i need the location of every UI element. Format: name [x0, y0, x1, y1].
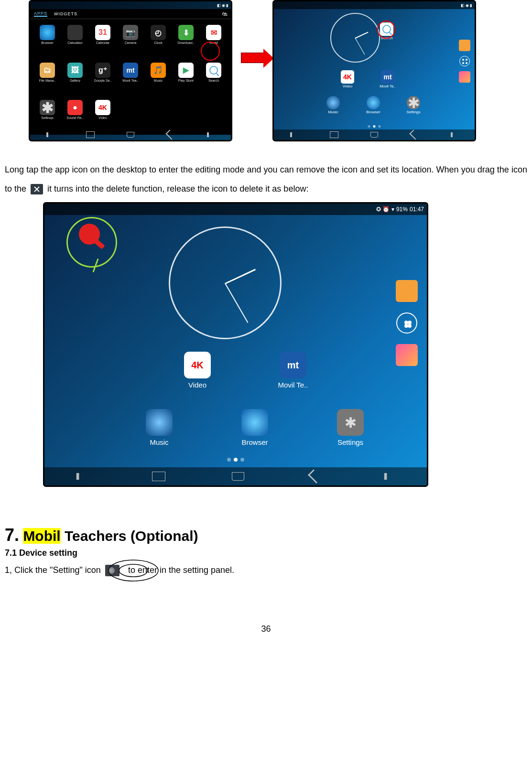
- app-drawer-button[interactable]: [459, 56, 470, 66]
- home-row-1: 4KVideo mtMovil Te..: [333, 70, 402, 88]
- home-icon[interactable]: [232, 472, 244, 481]
- arrow-right-icon: [241, 53, 264, 63]
- status-bar: ◧ ◉ ▮: [274, 1, 475, 9]
- volume-up-icon[interactable]: [384, 473, 395, 480]
- home-movil[interactable]: mtMovil Te..: [255, 352, 331, 389]
- settings-icon: [337, 409, 364, 436]
- play-icon: ▶: [178, 63, 194, 78]
- dock-item-1[interactable]: [459, 40, 470, 51]
- volume-down-icon[interactable]: [76, 473, 87, 480]
- recent-apps-icon[interactable]: [86, 131, 95, 138]
- back-icon[interactable]: [410, 129, 420, 140]
- home-settings[interactable]: Settings: [312, 409, 389, 446]
- status-icons: ◧ ◉ ▮: [217, 3, 228, 8]
- svg-point-0: [109, 560, 158, 581]
- dock-item-2[interactable]: [459, 71, 470, 83]
- browser-icon: [367, 96, 380, 109]
- line-7-1: 1, Click the "Setting" icon to enter in …: [5, 560, 527, 581]
- app-calculator[interactable]: Calculator: [63, 25, 87, 60]
- app-music[interactable]: 🎵Music: [146, 63, 171, 97]
- volume-down-icon[interactable]: [46, 132, 54, 137]
- apps-grid: Browser Calculator 31Calendar 📷Camera ◴C…: [30, 19, 231, 135]
- home-music[interactable]: Music: [121, 409, 197, 446]
- hand-drawn-ellipse-icon: [107, 560, 154, 581]
- calculator-icon: [67, 25, 83, 40]
- app-camera[interactable]: 📷Camera: [118, 25, 143, 60]
- home-movil[interactable]: mtMovil Te..: [373, 70, 402, 88]
- app-search[interactable]: Search: [201, 63, 226, 97]
- instruction-paragraph: Long tap the app icon on the desktop to …: [0, 141, 532, 198]
- folder-icon: 🗂: [40, 63, 55, 78]
- app-drawer-button[interactable]: [396, 312, 417, 334]
- video-icon: 4K: [184, 352, 211, 378]
- clock-icon: ◴: [151, 25, 166, 40]
- battery-text: 91%: [396, 206, 408, 213]
- arrow-annotation: [241, 53, 264, 63]
- tab-widgets[interactable]: WIDGETS: [54, 11, 77, 16]
- annotation-red-circle: [201, 42, 220, 61]
- home-screenshot-small: ◧ ◉ ▮ Search 4KVideo mtMovil Te.. Music …: [272, 0, 476, 141]
- section-highlight: Mobil: [23, 528, 60, 544]
- volume-down-icon[interactable]: [290, 132, 298, 137]
- volume-up-icon[interactable]: [207, 132, 215, 137]
- home-icon[interactable]: [127, 132, 134, 138]
- section-title-rest: Teachers (Optional): [61, 528, 198, 544]
- recent-apps-icon[interactable]: [330, 131, 338, 138]
- volume-up-icon[interactable]: [451, 132, 458, 137]
- status-time: 01:47: [410, 206, 424, 213]
- browser-icon: [241, 409, 268, 436]
- app-playstore[interactable]: ▶Play Store: [174, 63, 198, 97]
- app-movilteacher[interactable]: mtMovil Tea..: [118, 63, 143, 97]
- home-video[interactable]: 4KVideo: [159, 352, 236, 389]
- google-icon: g⁺: [95, 63, 110, 78]
- home-browser[interactable]: Browser: [217, 409, 293, 446]
- dock-item-1[interactable]: [396, 280, 418, 302]
- app-browser[interactable]: Browser: [35, 25, 60, 60]
- browser-icon: [40, 25, 55, 40]
- video-icon: 4K: [341, 70, 354, 84]
- settings-icon: [407, 96, 420, 109]
- right-dock: [457, 40, 472, 83]
- home-icon[interactable]: [370, 132, 378, 138]
- music-icon: [146, 409, 173, 436]
- recent-apps-icon[interactable]: [152, 472, 165, 481]
- para-text-after: it turns into the delete function, relea…: [47, 184, 308, 194]
- music-icon: 🎵: [151, 63, 166, 78]
- app-drawer-screenshot: ◧ ◉ ▮ APPS WIDGETS 🛍 Browser Calculator …: [29, 0, 232, 141]
- svg-point-1: [119, 564, 148, 577]
- search-icon: [206, 63, 221, 78]
- calendar-icon: 31: [95, 25, 110, 40]
- app-clock[interactable]: ◴Clock: [146, 25, 171, 60]
- home-video[interactable]: 4KVideo: [333, 70, 362, 88]
- nav-bar: [44, 467, 427, 485]
- app-googlesearch[interactable]: g⁺Google Se..: [90, 63, 115, 97]
- gallery-icon: 🖼: [67, 63, 83, 78]
- home-settings[interactable]: Settings: [399, 96, 428, 114]
- section-7-heading: 7. Mobil Teachers (Optional): [5, 525, 527, 545]
- mic-icon: ●: [67, 100, 83, 115]
- movil-icon: mt: [381, 70, 394, 84]
- email-icon: ✉: [206, 25, 221, 40]
- back-icon[interactable]: [166, 129, 176, 140]
- tab-apps[interactable]: APPS: [34, 11, 47, 17]
- page-number: 36: [0, 624, 532, 634]
- app-calendar[interactable]: 31Calendar: [90, 25, 115, 60]
- dock-item-2[interactable]: [396, 344, 418, 366]
- app-download[interactable]: ⬇Download..: [174, 25, 198, 60]
- home-browser[interactable]: Browser: [359, 96, 388, 114]
- analog-clock-widget[interactable]: [330, 13, 380, 63]
- alarm-icon: ✪ ⏰: [376, 206, 390, 213]
- shop-icon[interactable]: 🛍: [222, 11, 227, 17]
- status-bar: ◧ ◉ ▮: [30, 1, 231, 9]
- app-gallery[interactable]: 🖼Gallery: [63, 63, 87, 97]
- page-indicator: [368, 125, 381, 128]
- home-row-1: 4KVideo mtMovil Te..: [159, 352, 331, 389]
- page-indicator: [227, 458, 244, 462]
- home-music[interactable]: Music: [319, 96, 347, 114]
- right-dock: [393, 280, 420, 366]
- back-icon[interactable]: [308, 469, 322, 484]
- settings-icon: [40, 100, 55, 115]
- app-filemanager[interactable]: 🗂File Mana..: [35, 63, 60, 97]
- analog-clock-widget[interactable]: [169, 226, 282, 339]
- delete-x-icon: [31, 184, 43, 194]
